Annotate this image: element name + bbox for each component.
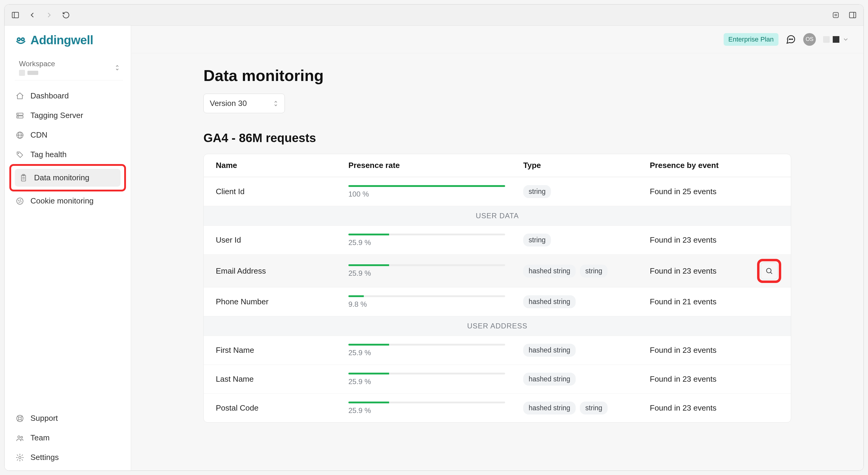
brand-logo[interactable]: Addingwell bbox=[4, 26, 131, 51]
topbar: Enterprise Plan OS bbox=[131, 26, 864, 53]
users-icon bbox=[16, 434, 24, 442]
sidebar-item-label: CDN bbox=[30, 130, 47, 140]
home-icon bbox=[16, 92, 24, 101]
sidebar-item-tagging-server[interactable]: Tagging Server bbox=[11, 107, 124, 124]
svg-line-31 bbox=[21, 416, 23, 417]
cell-presence-event: Found in 23 events bbox=[650, 235, 749, 245]
workspace-picker[interactable]: Workspace bbox=[15, 56, 123, 80]
type-pill: hashed string bbox=[523, 265, 576, 277]
table-row[interactable]: Phone Number9.8 %hashed stringFound in 2… bbox=[204, 287, 791, 316]
svg-point-24 bbox=[19, 200, 19, 201]
sidebar-item-data-monitoring[interactable]: Data monitoring bbox=[15, 169, 121, 186]
cell-presence-rate: 100 % bbox=[348, 185, 523, 198]
section-user-address: USER ADDRESS bbox=[204, 316, 791, 336]
sidebar-toggle-icon[interactable] bbox=[10, 10, 20, 20]
sidebar-item-settings[interactable]: Settings bbox=[11, 448, 124, 466]
lifebuoy-icon bbox=[16, 414, 24, 423]
cell-name: Email Address bbox=[216, 266, 348, 276]
reload-button[interactable] bbox=[61, 10, 71, 20]
type-pill: string bbox=[580, 265, 608, 277]
sidebar-item-tag-health[interactable]: Tag health bbox=[11, 146, 124, 164]
cell-name: Last Name bbox=[216, 374, 348, 384]
svg-point-39 bbox=[792, 39, 793, 39]
col-name: Name bbox=[216, 161, 348, 170]
gear-icon bbox=[16, 453, 24, 462]
clipboard-icon bbox=[19, 173, 28, 182]
type-pill: hashed string bbox=[523, 344, 576, 357]
sidebar-item-cookie-monitoring[interactable]: Cookie monitoring bbox=[11, 192, 124, 210]
nav-bottom: SupportTeamSettings bbox=[4, 408, 131, 471]
sidebar-item-label: Dashboard bbox=[30, 91, 69, 101]
chevrons-updown-icon bbox=[273, 100, 278, 107]
svg-point-14 bbox=[18, 116, 18, 117]
sidebar: Addingwell Workspace DashboardTagging Se… bbox=[4, 26, 131, 471]
table-row[interactable]: Postal Code25.9 %hashed stringstringFoun… bbox=[204, 394, 791, 422]
version-selector[interactable]: Version 30 bbox=[204, 94, 285, 113]
cell-presence-rate: 25.9 % bbox=[348, 234, 523, 247]
page-title: Data monitoring bbox=[204, 67, 791, 84]
workspace-label: Workspace bbox=[19, 60, 55, 68]
table-row[interactable]: Last Name25.9 %hashed stringFound in 23 … bbox=[204, 365, 791, 394]
col-type: Type bbox=[523, 161, 650, 170]
svg-line-32 bbox=[18, 419, 19, 421]
app-window: Addingwell Workspace DashboardTagging Se… bbox=[4, 4, 864, 471]
svg-rect-0 bbox=[12, 12, 19, 18]
search-icon bbox=[765, 267, 773, 275]
type-pill: string bbox=[580, 402, 608, 414]
section-user-data: USER DATA bbox=[204, 206, 791, 226]
main-area: Enterprise Plan OS Data monitoring Versi… bbox=[131, 26, 864, 471]
svg-point-25 bbox=[20, 200, 21, 200]
chat-icon[interactable] bbox=[786, 34, 796, 44]
sidebar-item-support[interactable]: Support bbox=[11, 409, 124, 427]
cell-name: User Id bbox=[216, 235, 348, 245]
table-header-row: Name Presence rate Type Presence by even… bbox=[204, 154, 791, 177]
type-pill: hashed string bbox=[523, 402, 576, 414]
svg-line-41 bbox=[770, 272, 772, 274]
cell-presence-rate: 25.9 % bbox=[348, 264, 523, 277]
nav-main: DashboardTagging ServerCDNTag healthData… bbox=[4, 81, 131, 408]
col-presence-event: Presence by event bbox=[650, 161, 749, 170]
extensions-icon[interactable] bbox=[831, 10, 841, 20]
svg-line-33 bbox=[21, 419, 23, 421]
cell-name: Phone Number bbox=[216, 297, 348, 306]
forward-button[interactable] bbox=[44, 10, 54, 20]
type-pill: hashed string bbox=[523, 373, 576, 385]
type-pill: string bbox=[523, 185, 551, 198]
sidebar-item-label: Support bbox=[30, 414, 58, 423]
svg-point-37 bbox=[789, 39, 789, 39]
sidebar-item-team[interactable]: Team bbox=[11, 429, 124, 447]
svg-point-36 bbox=[19, 456, 21, 459]
brand-name: Addingwell bbox=[30, 33, 93, 47]
sidebar-item-label: Settings bbox=[30, 453, 59, 462]
table-row[interactable]: Email Address25.9 %hashed stringstringFo… bbox=[204, 255, 791, 287]
sidebar-item-label: Tag health bbox=[30, 150, 67, 159]
svg-rect-2 bbox=[833, 12, 838, 18]
org-switcher[interactable] bbox=[823, 36, 849, 43]
table-row[interactable]: User Id25.9 %stringFound in 23 events bbox=[204, 226, 791, 255]
chevrons-updown-icon bbox=[115, 64, 120, 71]
panel-toggle-icon[interactable] bbox=[848, 10, 858, 20]
svg-point-10 bbox=[22, 38, 24, 40]
titlebar-right bbox=[831, 10, 858, 20]
row-search-button[interactable] bbox=[761, 263, 778, 279]
cell-type: hashed string bbox=[523, 344, 650, 357]
cell-actions bbox=[749, 261, 779, 280]
sidebar-item-label: Tagging Server bbox=[30, 111, 83, 120]
sidebar-item-cdn[interactable]: CDN bbox=[11, 126, 124, 144]
avatar[interactable]: OS bbox=[803, 33, 816, 46]
table-row[interactable]: First Name25.9 %hashed stringFound in 23… bbox=[204, 336, 791, 365]
cell-type: string bbox=[523, 185, 650, 198]
sidebar-item-dashboard[interactable]: Dashboard bbox=[11, 87, 124, 105]
globe-icon bbox=[16, 131, 24, 140]
cell-presence-rate: 25.9 % bbox=[348, 373, 523, 386]
cell-presence-event: Found in 21 events bbox=[650, 297, 749, 306]
back-button[interactable] bbox=[27, 10, 37, 20]
cell-presence-event: Found in 23 events bbox=[650, 374, 749, 384]
logo-icon bbox=[15, 34, 27, 46]
cookie-icon bbox=[16, 197, 24, 206]
cell-presence-event: Found in 23 events bbox=[650, 403, 749, 413]
section-title: GA4 - 86M requests bbox=[204, 131, 791, 145]
table-row[interactable]: Client Id100 %stringFound in 25 events bbox=[204, 177, 791, 206]
cell-presence-rate: 25.9 % bbox=[348, 344, 523, 357]
svg-point-27 bbox=[21, 201, 22, 202]
